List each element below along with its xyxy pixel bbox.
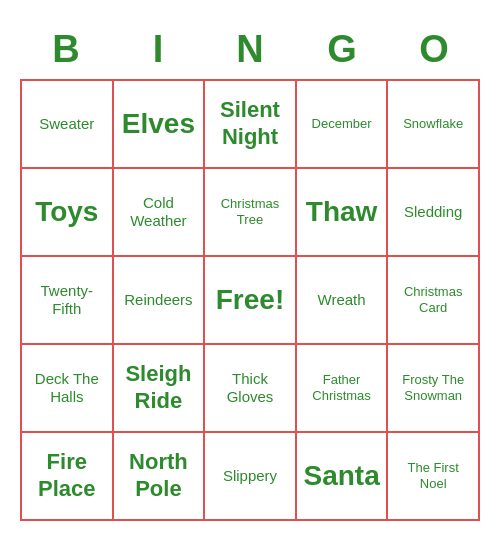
bingo-letter-g: G	[296, 24, 388, 75]
bingo-cell-6: Cold Weather	[114, 169, 206, 257]
bingo-cell-0: Sweater	[22, 81, 114, 169]
bingo-cell-text-1: Elves	[122, 107, 195, 141]
bingo-cell-1: Elves	[114, 81, 206, 169]
bingo-cell-10: Twenty-Fifth	[22, 257, 114, 345]
bingo-cell-text-22: Slippery	[223, 467, 277, 485]
bingo-card: BINGO SweaterElvesSilent NightDecemberSn…	[10, 14, 490, 531]
bingo-cell-3: December	[297, 81, 389, 169]
bingo-cell-text-9: Sledding	[404, 203, 462, 221]
bingo-cell-text-20: Fire Place	[26, 449, 108, 502]
bingo-cell-text-23: Santa	[303, 459, 379, 493]
bingo-cell-7: Christmas Tree	[205, 169, 297, 257]
bingo-cell-text-7: Christmas Tree	[209, 196, 291, 227]
bingo-cell-18: Father Christmas	[297, 345, 389, 433]
bingo-cell-text-16: Sleigh Ride	[118, 361, 200, 414]
bingo-cell-12: Free!	[205, 257, 297, 345]
bingo-cell-19: Frosty The Snowman	[388, 345, 480, 433]
bingo-cell-text-13: Wreath	[318, 291, 366, 309]
bingo-cell-text-2: Silent Night	[209, 97, 291, 150]
bingo-cell-text-6: Cold Weather	[118, 194, 200, 230]
bingo-cell-text-5: Toys	[35, 195, 98, 229]
bingo-letter-b: B	[20, 24, 112, 75]
bingo-cell-14: Christmas Card	[388, 257, 480, 345]
bingo-cell-15: Deck The Halls	[22, 345, 114, 433]
bingo-cell-text-11: Reindeers	[124, 291, 192, 309]
bingo-letter-n: N	[204, 24, 296, 75]
bingo-cell-text-24: The First Noel	[392, 460, 474, 491]
bingo-cell-23: Santa	[297, 433, 389, 521]
bingo-cell-text-12: Free!	[216, 283, 284, 317]
bingo-cell-2: Silent Night	[205, 81, 297, 169]
bingo-cell-16: Sleigh Ride	[114, 345, 206, 433]
bingo-letter-i: I	[112, 24, 204, 75]
bingo-cell-text-14: Christmas Card	[392, 284, 474, 315]
bingo-cell-13: Wreath	[297, 257, 389, 345]
bingo-cell-text-0: Sweater	[39, 115, 94, 133]
bingo-cell-text-17: Thick Gloves	[209, 370, 291, 406]
bingo-cell-5: Toys	[22, 169, 114, 257]
bingo-cell-4: Snowflake	[388, 81, 480, 169]
bingo-cell-text-10: Twenty-Fifth	[26, 282, 108, 318]
bingo-cell-text-19: Frosty The Snowman	[392, 372, 474, 403]
bingo-cell-8: Thaw	[297, 169, 389, 257]
bingo-cell-22: Slippery	[205, 433, 297, 521]
bingo-cell-9: Sledding	[388, 169, 480, 257]
bingo-cell-21: North Pole	[114, 433, 206, 521]
bingo-cell-text-3: December	[312, 116, 372, 132]
bingo-header: BINGO	[20, 24, 480, 75]
bingo-letter-o: O	[388, 24, 480, 75]
bingo-cell-20: Fire Place	[22, 433, 114, 521]
bingo-cell-text-21: North Pole	[118, 449, 200, 502]
bingo-cell-17: Thick Gloves	[205, 345, 297, 433]
bingo-cell-text-15: Deck The Halls	[26, 370, 108, 406]
bingo-cell-11: Reindeers	[114, 257, 206, 345]
bingo-cell-text-8: Thaw	[306, 195, 378, 229]
bingo-cell-24: The First Noel	[388, 433, 480, 521]
bingo-cell-text-18: Father Christmas	[301, 372, 383, 403]
bingo-grid: SweaterElvesSilent NightDecemberSnowflak…	[20, 79, 480, 521]
bingo-cell-text-4: Snowflake	[403, 116, 463, 132]
